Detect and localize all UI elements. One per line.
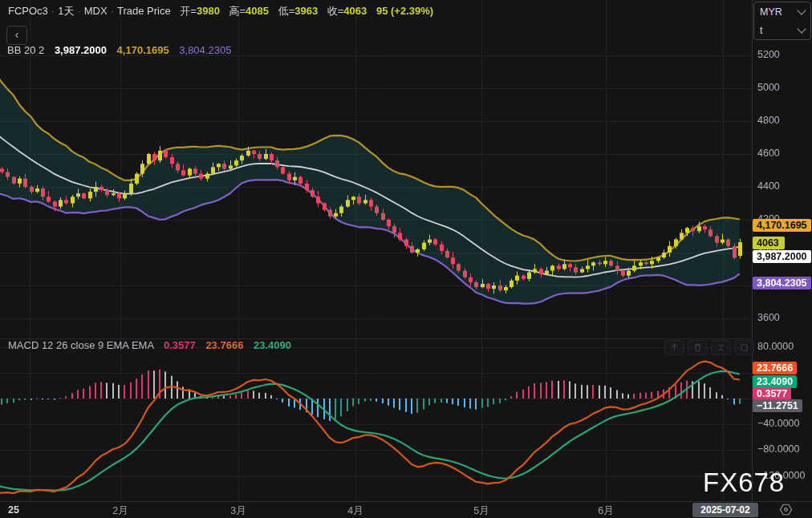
trash-icon [693, 343, 702, 352]
chevron-down-icon [797, 24, 806, 33]
low-label: 低= [278, 5, 295, 17]
pane-maximize-button[interactable] [734, 340, 754, 355]
bb-lower-value: 3,804.2305 [179, 44, 231, 56]
crosshair-date-badge: 2025-07-02 [692, 503, 758, 517]
time-axis-settings-button[interactable] [776, 503, 795, 516]
chevron-down-icon [797, 6, 806, 14]
bb-upper-value: 4,170.1695 [117, 44, 169, 56]
price-tick-label: 3600 [757, 312, 780, 323]
maximize-icon [740, 343, 749, 352]
time-axis-label: 5月 [473, 504, 489, 518]
price-axis-badge: 3,804.2305 [753, 277, 811, 289]
back-button[interactable]: ‹ [6, 26, 27, 45]
change-value: 95 (+2.39%) [376, 5, 433, 17]
macd-axis-badge: 23.7666 [753, 362, 797, 374]
unit-dropdown[interactable]: t [754, 21, 810, 39]
time-axis-label: 2月 [112, 504, 128, 518]
bb-indicator-row[interactable]: BB 20 2 3,987.2000 4,170.1695 3,804.2305 [7, 44, 231, 56]
price-axis-badge: 4,170.1695 [753, 219, 811, 232]
macd-title: MACD 12 26 close 9 EMA EMA [8, 339, 153, 351]
time-axis-divider[interactable] [0, 501, 812, 502]
currency-dropdown[interactable]: MYR [754, 2, 810, 21]
currency-label: MYR [760, 6, 782, 18]
open-label: 开= [180, 5, 197, 17]
macd-indicator-row[interactable]: MACD 12 26 close 9 EMA EMA 0.3577 23.766… [8, 339, 291, 351]
exchange-label: MDX [84, 5, 108, 17]
price-axis-badge: 4063 [753, 237, 785, 249]
macd-axis-badge: 0.3577 [753, 387, 791, 400]
pane-delete-button[interactable] [688, 340, 708, 355]
macd-signal-value: 23.4090 [254, 339, 291, 351]
separator-dot: · [111, 5, 114, 17]
bb-title: BB 20 2 [7, 44, 44, 56]
open-value: 3980 [197, 5, 220, 17]
separator-dot: · [77, 5, 80, 17]
macd-axis-badge: −11.2751 [753, 399, 802, 412]
pane-move-up-button[interactable] [664, 340, 684, 355]
low-value: 3963 [294, 5, 318, 17]
price-tick-label: 5200 [757, 49, 780, 60]
macd-tick-label: −80.0000 [757, 443, 799, 455]
pane-controls [664, 340, 754, 355]
close-label: 收= [327, 5, 344, 17]
trading-chart-window: FCPOc3·1天·MDX·Trade Price 开=3980 高=4085 … [0, 0, 812, 518]
time-axis-label: 3月 [230, 504, 246, 518]
high-value: 4085 [246, 5, 269, 17]
bb-basis-value: 3,987.2000 [55, 44, 107, 56]
price-tick-label: 5000 [757, 82, 780, 93]
time-axis-label: 4月 [347, 504, 363, 518]
chart-canvas[interactable] [0, 0, 812, 518]
series-type-label: Trade Price [117, 5, 171, 17]
close-value: 4063 [343, 5, 367, 17]
fx678-watermark: FX678 [703, 467, 785, 498]
price-tick-label: 4400 [757, 180, 780, 192]
symbol-name[interactable]: FCPOc3 [8, 5, 48, 17]
pane-collapse-button[interactable] [711, 340, 731, 355]
symbol-header: FCPOc3·1天·MDX·Trade Price 开=3980 高=4085 … [8, 4, 433, 18]
collapse-arrows-icon [717, 343, 725, 352]
hexagon-settings-icon [779, 504, 793, 516]
macd-tick-label: 80.0000 [757, 341, 794, 352]
currency-unit-box: MYR t [753, 2, 811, 40]
price-axis-badge: 3,987.2000 [753, 250, 811, 263]
macd-axis-badge: 23.4090 [753, 375, 797, 388]
macd-hist-value: 0.3577 [164, 339, 196, 351]
unit-label: t [760, 25, 762, 36]
price-tick-label: 4600 [757, 148, 780, 159]
price-tick-label: 4800 [757, 115, 780, 126]
macd-line-value: 23.7666 [205, 339, 243, 351]
interval-label[interactable]: 1天 [58, 5, 74, 17]
macd-tick-label: −40.0000 [757, 418, 799, 429]
high-label: 高= [229, 5, 246, 17]
arrow-up-icon [670, 343, 679, 352]
separator-dot: · [51, 5, 55, 17]
time-axis-label: 6月 [598, 504, 613, 518]
time-axis-label: 25 [8, 504, 19, 516]
